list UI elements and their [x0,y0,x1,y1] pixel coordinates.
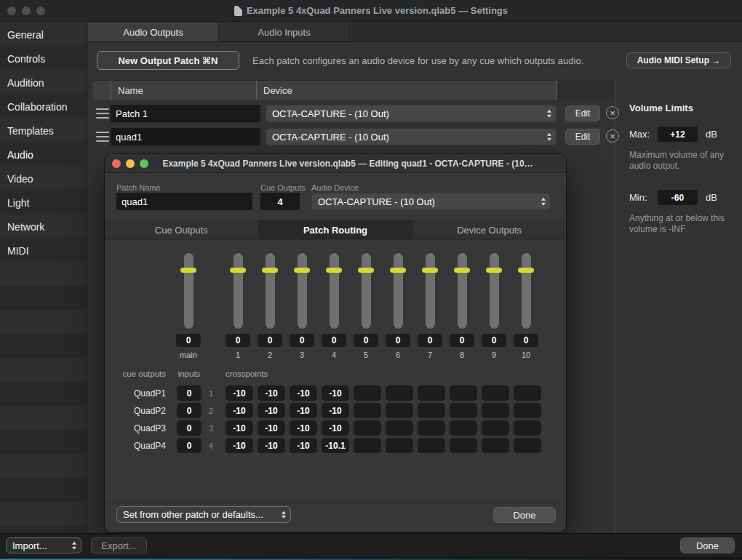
input-level-cell[interactable]: 0 [177,403,202,418]
crosspoint-cell[interactable] [514,385,541,401]
dialog-patch-name-input[interactable]: quad1 [116,193,252,210]
audio-midi-setup-button[interactable]: Audio MIDI Setup → [626,52,731,68]
slider-track[interactable] [234,253,243,329]
slider-value-input[interactable]: 0 [176,334,201,347]
crosspoint-cell[interactable] [354,403,381,418]
input-level-cell[interactable]: 0 [177,385,202,401]
edit-patch-button[interactable]: Edit [565,129,600,145]
crosspoint-cell[interactable]: -10 [258,385,285,401]
crosspoint-cell[interactable] [418,385,445,401]
slider-track[interactable] [362,253,371,329]
slider-handle[interactable] [454,268,470,273]
minimize-window-button[interactable] [22,7,31,15]
crosspoint-cell[interactable] [450,420,477,436]
set-from-patch-select[interactable]: Set from other patch or defaults... [116,506,291,523]
sidebar-item[interactable]: Audio [0,143,87,167]
crosspoint-cell[interactable] [514,438,541,453]
crosspoint-cell[interactable] [514,420,541,436]
device-select[interactable]: OCTA-CAPTURE - (10 Out) [266,128,556,145]
crosspoint-cell[interactable] [418,438,445,453]
slider-value-input[interactable]: 0 [482,334,506,347]
crosspoint-cell[interactable] [386,420,413,436]
slider-handle[interactable] [262,268,278,273]
slider-track[interactable] [458,253,467,329]
dialog-audio-device-select[interactable]: OCTA-CAPTURE - (10 Out) [311,193,551,210]
zoom-dialog-button[interactable] [140,159,148,168]
slider-handle[interactable] [486,268,502,273]
crosspoint-cell[interactable] [482,438,509,453]
sidebar-item[interactable]: Collaboration [0,95,87,119]
audio-tab[interactable]: Audio Inputs [219,23,350,41]
crosspoint-cell[interactable] [354,420,381,436]
drag-handle-icon[interactable] [96,132,109,142]
drag-handle-icon[interactable] [96,108,109,119]
dialog-tab[interactable]: Device Outputs [412,220,566,239]
crosspoint-cell[interactable]: -10 [226,385,253,401]
slider-handle[interactable] [390,268,406,273]
slider-value-input[interactable]: 0 [354,334,378,347]
slider-track[interactable] [426,253,435,329]
edit-patch-button[interactable]: Edit [565,105,600,121]
close-window-button[interactable] [7,7,16,15]
slider-track[interactable] [330,253,339,329]
crosspoint-cell[interactable] [386,438,413,453]
crosspoint-cell[interactable] [482,403,509,418]
audio-tab[interactable]: Audio Outputs [88,23,219,41]
slider-track[interactable] [298,253,307,329]
crosspoint-cell[interactable] [482,385,509,401]
crosspoint-cell[interactable] [386,403,413,418]
dialog-tab[interactable]: Patch Routing [259,220,413,239]
crosspoint-cell[interactable] [354,438,381,453]
crosspoint-cell[interactable]: -10 [226,403,253,418]
slider-track[interactable] [266,253,275,329]
input-level-cell[interactable]: 0 [177,438,202,453]
crosspoint-cell[interactable]: -10 [290,403,317,418]
slider-value-input[interactable]: 0 [386,334,410,347]
zoom-window-button[interactable] [36,7,45,15]
sidebar-item[interactable]: Audition [0,71,87,95]
import-select[interactable]: Import... [6,537,81,553]
new-output-patch-button[interactable]: New Output Patch ⌘N [97,51,239,70]
crosspoint-cell[interactable] [418,403,445,418]
settings-done-button[interactable]: Done [680,537,735,553]
slider-value-input[interactable]: 0 [418,334,442,347]
export-button[interactable]: Export... [91,537,147,553]
slider-value-input[interactable]: 0 [450,334,474,347]
sidebar-item[interactable]: Video [0,167,87,191]
patch-name-input[interactable]: Patch 1 [111,105,260,122]
sidebar-item[interactable]: MIDI [0,239,87,263]
slider-handle[interactable] [180,268,196,273]
crosspoint-cell[interactable]: -10 [258,438,285,453]
slider-value-input[interactable]: 0 [322,334,346,347]
slider-track[interactable] [522,253,531,329]
crosspoint-cell[interactable] [482,420,509,436]
minimize-dialog-button[interactable] [126,159,135,168]
crosspoint-cell[interactable]: -10 [290,385,317,401]
crosspoint-cell[interactable]: -10 [290,420,317,436]
patch-name-input[interactable]: quad1 [111,128,260,145]
crosspoint-cell[interactable] [514,403,541,418]
dialog-tab[interactable]: Cue Outputs [105,220,259,239]
min-volume-input[interactable]: -60 [658,190,698,205]
crosspoint-cell[interactable] [450,438,477,453]
sidebar-item[interactable]: Controls [0,47,87,71]
slider-value-input[interactable]: 0 [290,334,314,347]
crosspoint-cell[interactable] [418,420,445,436]
slider-handle[interactable] [294,268,310,273]
sidebar-item[interactable]: Light [0,191,87,215]
slider-track[interactable] [394,253,403,329]
crosspoint-cell[interactable]: -10 [258,403,285,418]
dialog-cue-outputs-input[interactable]: 4 [260,193,300,210]
slider-value-input[interactable]: 0 [226,334,250,347]
device-select[interactable]: OCTA-CAPTURE - (10 Out) [266,105,556,122]
crosspoint-cell[interactable] [450,403,477,418]
crosspoint-cell[interactable] [354,385,381,401]
crosspoint-cell[interactable]: -10 [226,420,253,436]
crosspoint-cell[interactable]: -10 [290,438,317,453]
sidebar-item[interactable]: General [0,23,87,47]
slider-handle[interactable] [422,268,438,273]
crosspoint-cell[interactable] [450,385,477,401]
crosspoint-cell[interactable]: -10 [258,420,285,436]
crosspoint-cell[interactable]: -10 [226,438,253,453]
crosspoint-cell[interactable]: -10.1 [322,438,349,453]
